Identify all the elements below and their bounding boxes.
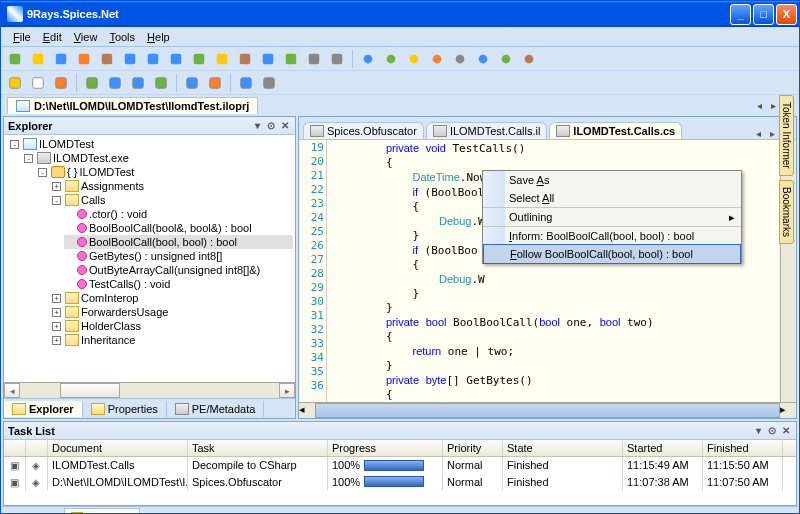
- toolbar-btn-10[interactable]: [235, 49, 255, 69]
- tab-properties[interactable]: Properties: [83, 401, 167, 417]
- tree-member[interactable]: BoolBoolCall(bool&, bool&) : bool: [64, 221, 293, 235]
- side-tab-bookmarks[interactable]: Bookmarks: [779, 180, 794, 244]
- toolbar2-btn-5[interactable]: [128, 73, 148, 93]
- toolbar-btn-14[interactable]: [327, 49, 347, 69]
- nav-tasklist[interactable]: Task List: [64, 508, 140, 515]
- th-state[interactable]: State: [503, 440, 623, 456]
- toolbar-btn-b1[interactable]: [381, 49, 401, 69]
- th-finished[interactable]: Finished: [703, 440, 783, 456]
- tab-prev-icon[interactable]: ◂: [753, 100, 765, 112]
- panel-pin-icon[interactable]: ⊙: [265, 120, 277, 132]
- tree-cominterop[interactable]: ComInterop: [81, 292, 138, 304]
- toolbar-btn-3[interactable]: [74, 49, 94, 69]
- tree-member[interactable]: BoolBoolCall(bool, bool) : bool: [64, 235, 293, 249]
- panel-menu-icon[interactable]: ▾: [251, 120, 263, 132]
- table-row[interactable]: ▣ ◈ D:\Net\ILOMD\ILOMDTest\I... Spices.O…: [4, 474, 796, 491]
- th-progress[interactable]: Progress: [328, 440, 443, 456]
- toolbar-btn-12[interactable]: [281, 49, 301, 69]
- menu-help[interactable]: Help: [141, 29, 176, 45]
- tree-holder[interactable]: HolderClass: [81, 320, 141, 332]
- menu-tools[interactable]: Tools: [103, 29, 141, 45]
- th-priority[interactable]: Priority: [443, 440, 503, 456]
- tl-pin-icon[interactable]: ⊙: [766, 425, 778, 437]
- menu-outlining[interactable]: Outlining▸: [483, 208, 741, 227]
- menu-select-all[interactable]: Select All: [483, 189, 741, 208]
- toolbar-btn-b5[interactable]: [473, 49, 493, 69]
- toolbar-btn-8[interactable]: [189, 49, 209, 69]
- close-button[interactable]: X: [776, 4, 797, 25]
- table-row[interactable]: ▣ ◈ ILOMDTest.Calls Decompile to CSharp …: [4, 457, 796, 474]
- tree-member[interactable]: OutByteArrayCall(unsigned int8[]&): [64, 263, 293, 277]
- explorer-tree[interactable]: -ILOMDTest -ILOMDTest.exe -{ } ILOMDTest…: [4, 135, 295, 382]
- toolbar2-btn-10[interactable]: [259, 73, 279, 93]
- nav-back-icon[interactable]: ⟵: [5, 511, 17, 515]
- project-tab[interactable]: D:\Net\ILOMD\ILOMDTest\IlomdTest.iloprj: [7, 97, 258, 114]
- editor-tab-0[interactable]: Spices.Obfuscator: [303, 122, 424, 139]
- tree-member[interactable]: .ctor() : void: [64, 207, 293, 221]
- th-started[interactable]: Started: [623, 440, 703, 456]
- menu-save-as[interactable]: Save As: [483, 171, 741, 189]
- toolbar-btn-1[interactable]: [28, 49, 48, 69]
- tree-forwarders[interactable]: ForwardersUsage: [81, 306, 168, 318]
- toolbar2-btn-6[interactable]: [151, 73, 171, 93]
- th-task[interactable]: Task: [188, 440, 328, 456]
- tree-namespace[interactable]: ILOMDTest: [79, 166, 134, 178]
- tree-member[interactable]: TestCalls() : void: [64, 277, 293, 291]
- side-tab-token-informer[interactable]: Token Informer: [779, 95, 794, 176]
- toolbar2-btn-1[interactable]: [28, 73, 48, 93]
- maximize-button[interactable]: □: [753, 4, 774, 25]
- ed-next-icon[interactable]: ▸: [766, 127, 778, 139]
- toolbar2-btn-7[interactable]: [182, 73, 202, 93]
- th-document[interactable]: Document: [48, 440, 188, 456]
- menu-file[interactable]: File: [7, 29, 37, 45]
- toolbar-btn-b2[interactable]: [404, 49, 424, 69]
- tree-calls[interactable]: Calls: [81, 194, 105, 206]
- toolbar-btn-11[interactable]: [258, 49, 278, 69]
- nav-informer[interactable]: i Informer: [140, 508, 201, 515]
- toolbar-btn-7[interactable]: [166, 49, 186, 69]
- explorer-hscroll[interactable]: ◂▸: [4, 382, 295, 398]
- tl-menu-icon[interactable]: ▾: [752, 425, 764, 437]
- toolbar2-btn-2[interactable]: [51, 73, 71, 93]
- toolbar-btn-b0[interactable]: [358, 49, 378, 69]
- minimize-button[interactable]: _: [730, 4, 751, 25]
- toolbar2-btn-3[interactable]: [82, 73, 102, 93]
- toolbar-btn-b4[interactable]: [450, 49, 470, 69]
- folder-icon: [65, 320, 79, 332]
- tree-root[interactable]: ILOMDTest: [39, 138, 94, 150]
- editor-tab-2[interactable]: ILOMDTest.Calls.cs: [549, 122, 682, 139]
- panel-close-icon[interactable]: ✕: [279, 120, 291, 132]
- menu-follow[interactable]: Follow BoolBoolCall(bool, bool) : bool: [483, 244, 741, 264]
- toolbar2-btn-9[interactable]: [236, 73, 256, 93]
- tree-inheritance[interactable]: Inheritance: [81, 334, 135, 346]
- toolbar-btn-b7[interactable]: [519, 49, 539, 69]
- toolbar-btn-5[interactable]: [120, 49, 140, 69]
- tree-member[interactable]: GetBytes() : unsigned int8[]: [64, 249, 293, 263]
- tab-explorer[interactable]: Explorer: [4, 401, 83, 417]
- toolbar-btn-b6[interactable]: [496, 49, 516, 69]
- toolbar-btn-6[interactable]: [143, 49, 163, 69]
- editor-tab-1[interactable]: ILOMDTest.Calls.il: [426, 122, 547, 139]
- tl-close-icon[interactable]: ✕: [780, 425, 792, 437]
- toolbar2-btn-4[interactable]: [105, 73, 125, 93]
- toolbar-btn-b3[interactable]: [427, 49, 447, 69]
- menu-edit[interactable]: Edit: [37, 29, 68, 45]
- tab-next-icon[interactable]: ▸: [767, 100, 779, 112]
- nav-output[interactable]: Output: [17, 508, 64, 515]
- toolbar-btn-13[interactable]: [304, 49, 324, 69]
- tree-exe[interactable]: ILOMDTest.exe: [53, 152, 129, 164]
- code-editor[interactable]: 19 20 21 22 23 24 25 26 27 28 29 30 31 3…: [299, 139, 796, 402]
- toolbar2-btn-8[interactable]: [205, 73, 225, 93]
- toolbar-btn-2[interactable]: [51, 49, 71, 69]
- toolbar-btn-9[interactable]: [212, 49, 232, 69]
- tab-pemetadata[interactable]: PE/Metadata: [167, 401, 265, 417]
- tree-assignments[interactable]: Assignments: [81, 180, 144, 192]
- editor-hscroll[interactable]: ◂▸: [299, 402, 796, 418]
- toolbar-btn-4[interactable]: [97, 49, 117, 69]
- toolbar-btn-0[interactable]: [5, 49, 25, 69]
- menu-inform[interactable]: Inform: BoolBoolCall(bool, bool) : bool: [483, 227, 741, 245]
- pe-tab-icon: [175, 403, 189, 415]
- ed-prev-icon[interactable]: ◂: [752, 127, 764, 139]
- menu-view[interactable]: View: [68, 29, 104, 45]
- toolbar2-btn-0[interactable]: [5, 73, 25, 93]
